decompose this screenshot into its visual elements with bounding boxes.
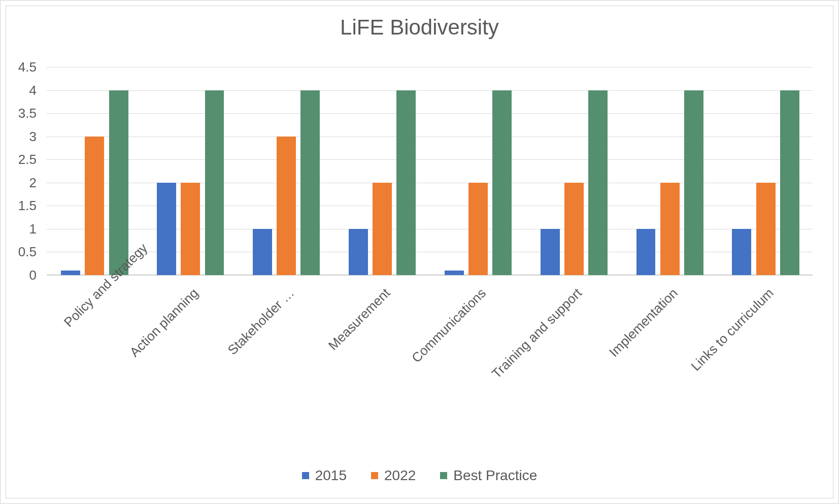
- bar: [732, 229, 751, 275]
- bar: [396, 90, 416, 275]
- x-tick-label: Stakeholder …: [117, 285, 297, 466]
- bar: [277, 137, 296, 275]
- chart-container: LiFE Biodiversity 00.511.522.533.544.5 P…: [0, 0, 839, 504]
- x-axis-labels: Policy and strategyAction planningStakeh…: [47, 280, 813, 422]
- legend-swatch: [440, 472, 447, 479]
- chart-title: LiFE Biodiversity: [6, 15, 833, 40]
- bar: [492, 90, 512, 275]
- bar: [588, 90, 608, 275]
- gridline: [47, 67, 813, 68]
- y-tick-label: 1.5: [18, 198, 37, 214]
- bar: [684, 90, 703, 275]
- y-tick-label: 1: [29, 221, 37, 237]
- bar: [85, 137, 104, 275]
- legend-swatch: [302, 472, 309, 479]
- chart-inner: LiFE Biodiversity 00.511.522.533.544.5 P…: [6, 6, 833, 498]
- legend-label: 2015: [315, 467, 347, 484]
- y-axis: 00.511.522.533.544.5: [6, 67, 42, 275]
- bar: [660, 183, 680, 275]
- bar: [636, 229, 656, 275]
- bar: [181, 183, 200, 275]
- y-tick-label: 3.5: [18, 106, 37, 121]
- x-tick-label: Policy and strategy: [61, 285, 106, 330]
- legend-label: 2022: [384, 467, 416, 484]
- y-tick-label: 4.5: [18, 59, 37, 75]
- legend: 20152022Best Practice: [6, 466, 833, 484]
- bar: [253, 229, 272, 275]
- y-tick-label: 0.5: [18, 244, 37, 260]
- bar: [756, 183, 776, 275]
- y-tick-label: 2: [29, 175, 37, 190]
- gridline: [47, 275, 813, 276]
- bar: [564, 183, 584, 275]
- bar: [445, 271, 464, 275]
- plot-area: [47, 67, 813, 275]
- bar: [205, 90, 224, 275]
- legend-label: Best Practice: [453, 467, 537, 484]
- y-tick-label: 3: [29, 128, 37, 144]
- x-tick-label: Action planning: [89, 285, 202, 398]
- bar: [541, 229, 560, 275]
- bar: [780, 90, 799, 275]
- bar: [300, 90, 320, 275]
- legend-item: 2015: [302, 467, 347, 484]
- bar: [373, 183, 392, 275]
- legend-swatch: [371, 472, 378, 479]
- bar: [109, 90, 128, 275]
- legend-item: 2022: [371, 467, 416, 484]
- bar: [61, 271, 80, 275]
- y-tick-label: 2.5: [18, 152, 37, 167]
- y-tick-label: 0: [29, 267, 37, 283]
- bar: [349, 229, 368, 275]
- y-tick-label: 4: [29, 82, 37, 98]
- bar: [468, 183, 488, 275]
- legend-item: Best Practice: [440, 467, 537, 484]
- bar: [157, 183, 176, 275]
